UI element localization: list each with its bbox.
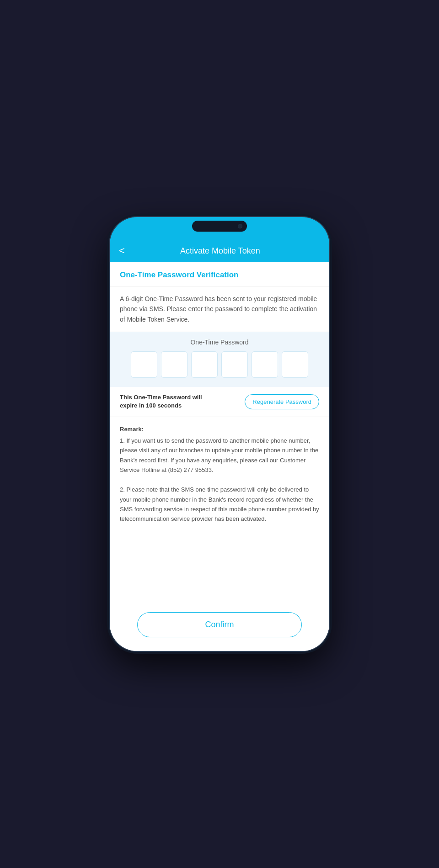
otp-label: One-Time Password [120, 339, 319, 346]
otp-input-row [120, 351, 319, 378]
page-title: Activate Mobile Token [129, 246, 320, 256]
otp-digit-1[interactable] [131, 351, 157, 378]
notch [192, 221, 247, 232]
otp-digit-6[interactable] [282, 351, 308, 378]
timer-row: This One-Time Password will expire in 10… [110, 387, 329, 417]
phone-top-bar [110, 217, 329, 242]
otp-digit-4[interactable] [221, 351, 248, 378]
remark-item-2: 2. Please note that the SMS one-time pas… [120, 485, 319, 524]
section-title: One-Time Password Verification [110, 262, 329, 286]
back-button[interactable]: < [119, 246, 125, 256]
content-area: One-Time Password Verification A 6-digit… [110, 262, 329, 651]
camera-icon [238, 224, 242, 228]
otp-section: One-Time Password [110, 332, 329, 387]
timer-seconds: 100 seconds [146, 402, 182, 409]
otp-digit-3[interactable] [191, 351, 218, 378]
remark-title: Remark: [120, 424, 319, 434]
bottom-area: Confirm [110, 605, 329, 651]
description-text: A 6-digit One-Time Password has been sen… [110, 286, 329, 332]
app-header: < Activate Mobile Token [110, 242, 329, 262]
regenerate-button[interactable]: Regenerate Password [245, 394, 319, 409]
timer-text: This One-Time Password will expire in 10… [120, 393, 202, 410]
otp-digit-2[interactable] [161, 351, 187, 378]
remark-item-1: 1. If you want us to send the password t… [120, 436, 319, 475]
remark-section: Remark: 1. If you want us to send the pa… [110, 417, 329, 605]
confirm-button[interactable]: Confirm [137, 612, 302, 637]
phone-device: < Activate Mobile Token One-Time Passwor… [110, 217, 329, 651]
otp-digit-5[interactable] [252, 351, 278, 378]
